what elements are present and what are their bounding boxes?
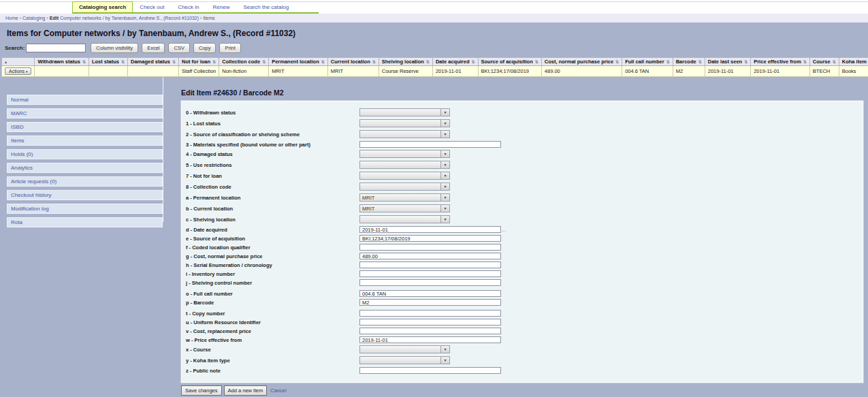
input-v-cost-replacement-price[interactable] <box>359 328 501 334</box>
column-header-shelving-location[interactable]: Shelving location⇅ <box>379 58 432 66</box>
sidebar-item-marc[interactable]: MARC <box>7 108 163 118</box>
input-o-full-call-number[interactable] <box>359 290 501 297</box>
column-header-damaged-status[interactable]: Damaged status⇅ <box>128 58 179 66</box>
input-g-cost-normal-purchase-price[interactable] <box>359 253 501 259</box>
select-2-source-of-classification-or-shelving-scheme[interactable]: ▾ <box>359 130 450 138</box>
select-b-current-location[interactable]: MRIT▾ <box>359 204 450 212</box>
add-new-item-button[interactable]: Add a new item <box>224 385 268 396</box>
dropdown-arrow-icon[interactable]: ▾ <box>440 109 449 116</box>
column-header-current-location[interactable]: Current location⇅ <box>327 58 379 66</box>
select-7-not-for-loan[interactable]: ▾ <box>359 172 450 180</box>
column-header-course[interactable]: Course⇅ <box>809 58 839 66</box>
column-visibility-button[interactable]: Column visibility <box>91 43 138 53</box>
csv-button[interactable]: CSV <box>168 43 189 53</box>
input-j-shelving-control-number[interactable] <box>359 279 501 286</box>
tab-renew[interactable]: Renew <box>206 4 237 12</box>
sidebar-item-holds-0[interactable]: Holds (0) <box>7 149 163 159</box>
input-t-copy-number[interactable] <box>359 310 501 317</box>
select-1-lost-status[interactable]: ▾ <box>359 119 450 127</box>
breadcrumb-current: Items <box>203 16 214 20</box>
sidebar-item-modification-log[interactable]: Modification log <box>7 204 163 214</box>
input-u-uniform-resource-identifier[interactable] <box>359 319 501 325</box>
input-d-date-acquired[interactable] <box>359 226 501 233</box>
breadcrumb-record-link[interactable]: Computer networks / by Tanenbaum, Andrew… <box>60 16 199 20</box>
search-input[interactable] <box>26 44 86 52</box>
select-8-collection-code[interactable]: ▾ <box>359 182 450 191</box>
select-4-damaged-status[interactable]: ▾ <box>359 150 450 158</box>
column-header-date-last-seen[interactable]: Date last seen⇅ <box>705 58 750 66</box>
dropdown-arrow-icon[interactable]: ▾ <box>440 172 449 179</box>
input-h-serial-enumeration-chronology[interactable] <box>359 261 501 268</box>
actions-button[interactable]: Actions▾ <box>5 67 31 75</box>
form-row-i-inventory-number: i - Inventory number <box>186 270 857 277</box>
sidebar-item-isbd[interactable]: ISBD <box>7 122 163 132</box>
sidebar-item-analytics[interactable]: Analytics <box>7 163 163 173</box>
dropdown-arrow-icon[interactable]: ▾ <box>440 161 449 168</box>
sidebar-item-checkout-history[interactable]: Checkout history <box>7 190 163 200</box>
dropdown-arrow-icon[interactable]: ▾ <box>440 131 449 138</box>
column-header-cost-normal-purchase-price[interactable]: Cost, normal purchase price⇅ <box>541 58 622 66</box>
dropdown-arrow-icon[interactable]: ▾ <box>440 357 449 364</box>
calendar-icon[interactable]: ... <box>502 227 506 232</box>
column-header-full-call-number[interactable]: Full call number⇅ <box>622 58 673 66</box>
column-header-barcode[interactable]: Barcode⇅ <box>673 58 705 66</box>
sidebar-item-normal[interactable]: Normal <box>7 95 163 105</box>
column-header-source-of-acquisition[interactable]: Source of acquisition⇅ <box>478 58 541 66</box>
sidebar-item-article-requests-0[interactable]: Article requests (0) <box>7 176 163 187</box>
dropdown-arrow-icon[interactable]: ▾ <box>440 346 449 353</box>
cell-date-last-seen: 2019-11-01 <box>705 66 750 77</box>
column-header-label: Cost, normal purchase price <box>545 59 613 65</box>
sidebar-item-items[interactable]: Items <box>7 136 163 146</box>
dropdown-arrow-icon[interactable]: ▾ <box>440 183 449 190</box>
input-f-coded-location-qualifier[interactable] <box>359 244 501 251</box>
input-3-materials-specified-bound-volume-or-other-part[interactable] <box>359 141 501 148</box>
column-header-sort[interactable]: ▴ <box>2 58 35 66</box>
select-x-course[interactable]: ▾ <box>359 345 450 353</box>
breadcrumb-cataloging-link[interactable]: Cataloging <box>22 16 45 20</box>
column-header-withdrawn-status[interactable]: Withdrawn status⇅ <box>35 58 89 66</box>
dropdown-arrow-icon[interactable]: ▾ <box>440 194 449 201</box>
copy-button[interactable]: Copy <box>193 43 216 53</box>
form-row-g-cost-normal-purchase-price: g - Cost, normal purchase price <box>186 253 857 259</box>
save-changes-button[interactable]: Save changes <box>181 385 222 396</box>
select-a-permanent-location[interactable]: MRIT▾ <box>359 193 450 202</box>
sort-both-icon: ⇅ <box>212 60 216 64</box>
input-z-public-note[interactable] <box>359 367 501 374</box>
select-y-koha-item-type[interactable]: ▾ <box>359 356 450 364</box>
print-button[interactable]: Print <box>219 43 240 53</box>
dropdown-arrow-icon[interactable]: ▾ <box>440 150 449 157</box>
input-i-inventory-number[interactable] <box>359 270 501 277</box>
form-row-3-materials-specified-bound-volume-or-other-part: 3 - Materials specified (bound volume or… <box>186 141 857 148</box>
cell-collection-code: Non-fiction <box>219 66 269 77</box>
tab-cataloging-search[interactable]: Cataloging search <box>72 1 133 12</box>
excel-button[interactable]: Excel <box>142 43 165 53</box>
column-header-permanent-location[interactable]: Permanent location⇅ <box>269 58 328 66</box>
cancel-link[interactable]: Cancel <box>270 387 286 394</box>
column-header-price-effective-from[interactable]: Price effective from⇅ <box>751 58 810 66</box>
dropdown-arrow-icon[interactable]: ▾ <box>440 120 449 127</box>
tab-search-the-catalog[interactable]: Search the catalog <box>236 4 295 12</box>
column-header-koha-item-type[interactable]: Koha item type⇅ <box>839 58 868 66</box>
breadcrumb-edit-prefix: Edit <box>50 16 59 20</box>
tab-check-in[interactable]: Check in <box>171 4 206 12</box>
breadcrumb-home-link[interactable]: Home <box>5 16 18 20</box>
dropdown-arrow-icon[interactable]: ▾ <box>440 216 449 223</box>
sidebar-item-rota[interactable]: Rota <box>7 217 163 227</box>
column-header-collection-code[interactable]: Collection code⇅ <box>219 58 269 66</box>
select-0-withdrawn-status[interactable]: ▾ <box>359 108 450 116</box>
search-label: Search: <box>5 45 25 51</box>
tab-check-out[interactable]: Check out <box>133 4 171 12</box>
input-p-barcode[interactable] <box>359 299 501 306</box>
column-header-date-acquired[interactable]: Date acquired⇅ <box>432 58 478 66</box>
select-value <box>360 183 440 190</box>
cell-full-call-number: 004.6 TAN <box>622 66 673 77</box>
column-header-not-for-loan[interactable]: Not for loan⇅ <box>178 58 219 66</box>
column-header-label: Permanent location <box>272 59 319 65</box>
input-w-price-effective-from[interactable] <box>359 336 501 343</box>
dropdown-arrow-icon[interactable]: ▾ <box>440 205 449 212</box>
select-5-use-restrictions[interactable]: ▾ <box>359 161 450 169</box>
breadcrumb-separator: › <box>200 16 202 20</box>
column-header-lost-status[interactable]: Lost status⇅ <box>89 58 127 66</box>
select-c-shelving-location[interactable]: ▾ <box>359 215 450 223</box>
input-e-source-of-acquisition[interactable] <box>359 235 501 242</box>
